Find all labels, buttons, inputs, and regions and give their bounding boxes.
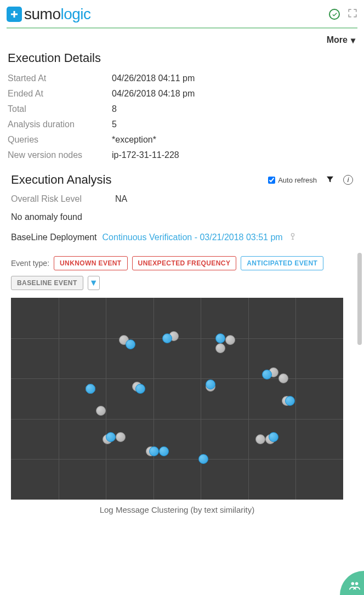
execution-details-title: Execution Details	[8, 51, 356, 65]
cluster-point-anticipated[interactable]	[198, 454, 208, 464]
brand-logo-mark	[7, 7, 22, 22]
cluster-point-baseline[interactable]	[116, 432, 126, 442]
info-icon[interactable]: i	[343, 175, 353, 185]
cluster-point-anticipated[interactable]	[159, 446, 169, 456]
filter-icon[interactable]	[326, 175, 334, 185]
exec-detail-value: *exception*	[112, 135, 156, 145]
cluster-point-anticipated[interactable]	[126, 339, 135, 349]
exec-detail-label: Started At	[8, 73, 112, 83]
exec-detail-value: 5	[112, 120, 117, 129]
exec-detail-label: Analysis duration	[8, 120, 112, 129]
exec-detail-label: Queries	[8, 135, 112, 145]
more-menu[interactable]: More ▾	[0, 29, 364, 46]
status-success-icon	[329, 9, 340, 20]
analysis-controls: Auto refresh i	[268, 175, 353, 185]
auto-refresh-label: Auto refresh	[278, 176, 317, 184]
cluster-point-anticipated[interactable]	[269, 432, 278, 442]
execution-analysis-title: Execution Analysis	[11, 173, 111, 187]
baseline-deployment-label: BaseLine Deployment	[11, 233, 97, 242]
cluster-point-baseline[interactable]	[225, 335, 235, 345]
event-type-row: Event type: UNKNOWN EVENT UNEXPECTED FRE…	[11, 253, 353, 274]
overall-risk-value: NA	[115, 194, 127, 204]
baseline-chip-row: BASELINE EVENT ▼	[11, 274, 353, 298]
cluster-point-anticipated[interactable]	[215, 333, 225, 343]
baseline-deployment-link[interactable]: Continuous Verification - 03/21/2018 03:…	[103, 233, 283, 242]
cluster-point-anticipated[interactable]	[149, 446, 159, 456]
cluster-point-baseline[interactable]	[215, 343, 225, 353]
cluster-point-baseline[interactable]	[96, 406, 106, 416]
auto-refresh-checkbox[interactable]	[268, 177, 275, 184]
top-bar: sumologic	[0, 0, 364, 27]
cluster-point-anticipated[interactable]	[135, 384, 145, 394]
svg-rect-1	[11, 14, 18, 15]
event-type-label: Event type:	[11, 259, 49, 268]
cluster-point-anticipated[interactable]	[206, 379, 215, 389]
exec-detail-value: 04/26/2018 04:18 pm	[112, 89, 195, 99]
exec-detail-label: Total	[8, 104, 112, 114]
cluster-chart-caption: Log Message Clustering (by text similari…	[11, 500, 343, 518]
fullscreen-icon[interactable]	[348, 8, 357, 20]
cluster-chart[interactable]	[11, 298, 343, 500]
auto-refresh-toggle[interactable]: Auto refresh	[268, 176, 317, 184]
exec-detail-row: Analysis duration5	[8, 117, 356, 132]
cluster-point-baseline[interactable]	[255, 434, 265, 444]
exec-detail-label: New version nodes	[8, 150, 112, 160]
execution-details-section: Execution Details Started At04/26/2018 0…	[0, 46, 364, 165]
cluster-point-anticipated[interactable]	[86, 384, 95, 394]
chip-unexpected-frequency[interactable]: UNEXPECTED FREQUENCY	[132, 256, 237, 270]
cluster-point-baseline[interactable]	[278, 373, 288, 383]
cluster-point-anticipated[interactable]	[262, 370, 272, 379]
chip-baseline-event[interactable]: BASELINE EVENT	[11, 276, 83, 290]
cluster-point-anticipated[interactable]	[162, 333, 172, 343]
chip-unknown-event[interactable]: UNKNOWN EVENT	[54, 256, 128, 270]
execution-analysis-header: Execution Analysis Auto refresh i	[0, 165, 364, 190]
plus-icon	[9, 9, 19, 19]
anomaly-status: No anomaly found	[0, 211, 364, 229]
exec-detail-label: Ended At	[8, 89, 112, 99]
scrollbar[interactable]	[357, 253, 362, 345]
brand-name: sumologic	[24, 5, 91, 23]
event-type-dropdown[interactable]: ▼	[88, 276, 100, 290]
exec-detail-value: 04/26/2018 04:11 pm	[112, 73, 195, 83]
chip-anticipated-event[interactable]: ANTICIPATED EVENT	[241, 256, 323, 270]
overall-risk-label: Overall Risk Level	[11, 194, 115, 204]
overall-risk-row: Overall Risk Level NA	[0, 190, 364, 211]
analysis-scroll-area: Event type: UNKNOWN EVENT UNEXPECTED FRE…	[0, 253, 364, 518]
brand-logo: sumologic	[7, 5, 91, 23]
cluster-point-anticipated[interactable]	[285, 396, 295, 406]
chevron-down-icon: ▾	[351, 35, 355, 46]
exec-detail-value: 8	[112, 104, 117, 114]
cluster-chart-wrap: Log Message Clustering (by text similari…	[11, 298, 343, 518]
cluster-point-anticipated[interactable]	[106, 432, 116, 442]
top-bar-actions	[329, 8, 357, 20]
exec-detail-row: Queries*exception*	[8, 132, 356, 148]
svg-point-2	[291, 234, 294, 236]
more-label: More	[327, 35, 348, 46]
exec-detail-row: Started At04/26/2018 04:11 pm	[8, 71, 356, 86]
exec-detail-value: ip-172-31-11-228	[112, 150, 179, 160]
exec-detail-row: Total8	[8, 101, 356, 117]
pin-icon[interactable]	[288, 232, 297, 243]
baseline-deployment-row: BaseLine Deployment Continuous Verificat…	[0, 229, 364, 253]
exec-detail-row: Ended At04/26/2018 04:18 pm	[8, 86, 356, 101]
exec-detail-row: New version nodesip-172-31-11-228	[8, 148, 356, 163]
divider	[7, 27, 357, 29]
